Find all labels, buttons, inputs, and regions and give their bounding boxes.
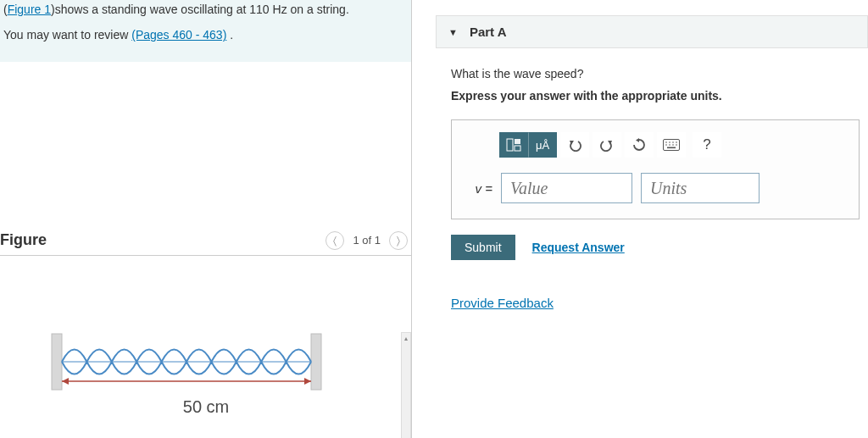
part-label: Part A xyxy=(470,25,507,39)
figure-next-button[interactable]: 〉 xyxy=(389,231,408,250)
svg-marker-5 xyxy=(304,378,311,385)
fraction-icon xyxy=(506,138,521,152)
undo-button[interactable] xyxy=(560,132,589,158)
figure-counter: 1 of 1 xyxy=(353,234,381,247)
units-tool-button[interactable]: μÅ xyxy=(528,132,557,158)
value-input[interactable] xyxy=(501,173,632,203)
svg-rect-0 xyxy=(52,334,62,390)
submit-button[interactable]: Submit xyxy=(451,235,515,260)
figure-length-label: 50 cm xyxy=(47,397,399,417)
keyboard-button[interactable] xyxy=(657,132,686,158)
svg-marker-11 xyxy=(636,138,639,142)
svg-point-20 xyxy=(676,144,677,146)
review-prefix: You may want to review xyxy=(3,28,131,42)
pages-link[interactable]: (Pages 460 - 463) xyxy=(131,28,226,42)
svg-rect-8 xyxy=(515,146,520,151)
svg-point-13 xyxy=(665,141,667,143)
svg-point-15 xyxy=(672,141,674,143)
redo-icon xyxy=(600,138,614,152)
question-instruction: Express your answer with the appropriate… xyxy=(451,89,860,103)
redo-button[interactable] xyxy=(593,132,621,158)
part-a-header[interactable]: ▼ Part A xyxy=(436,15,868,48)
figure-prev-button[interactable]: 〈 xyxy=(326,231,344,250)
units-input[interactable] xyxy=(641,173,760,203)
svg-point-18 xyxy=(669,144,670,146)
provide-feedback-link[interactable]: Provide Feedback xyxy=(451,296,554,310)
svg-point-17 xyxy=(665,144,667,146)
answer-toolbar: μÅ ? xyxy=(499,132,845,158)
review-suffix: . xyxy=(226,28,233,42)
svg-rect-6 xyxy=(507,139,513,151)
undo-icon xyxy=(568,138,581,152)
problem-intro: (Figure 1)shows a standing wave oscillat… xyxy=(0,0,411,62)
svg-marker-4 xyxy=(62,378,69,385)
svg-point-16 xyxy=(676,141,677,143)
templates-tool-button[interactable] xyxy=(499,132,528,158)
standing-wave-figure: 50 cm xyxy=(0,332,399,417)
collapse-caret-icon: ▼ xyxy=(448,27,458,37)
reset-button[interactable] xyxy=(625,132,654,158)
figure-link[interactable]: Figure 1 xyxy=(8,3,51,16)
figure-scrollbar[interactable]: ▴ xyxy=(401,332,411,438)
svg-rect-7 xyxy=(515,139,520,144)
svg-point-19 xyxy=(672,144,674,146)
answer-box: μÅ ? v = xyxy=(451,119,860,219)
figure-header: Figure 〈 1 of 1 〉 xyxy=(0,231,411,256)
scroll-up-icon[interactable]: ▴ xyxy=(402,333,410,345)
equation-label: v = xyxy=(465,181,492,196)
keyboard-icon xyxy=(663,139,680,151)
svg-rect-21 xyxy=(667,147,676,149)
question-text: What is the wave speed? xyxy=(451,67,860,80)
svg-point-14 xyxy=(669,141,670,143)
intro-text-1: shows a standing wave oscillating at 110… xyxy=(55,3,349,16)
request-answer-link[interactable]: Request Answer xyxy=(532,241,625,254)
reset-icon xyxy=(632,138,646,152)
figure-title: Figure xyxy=(0,231,47,249)
svg-rect-1 xyxy=(311,334,321,390)
help-button[interactable]: ? xyxy=(693,132,721,158)
